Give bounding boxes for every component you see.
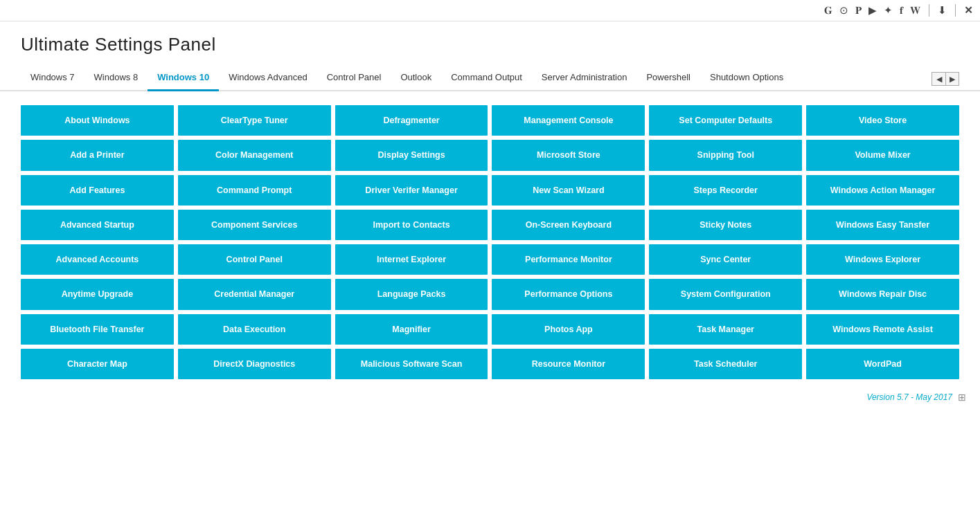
btn-col5-5[interactable]: System Configuration [649,279,802,309]
btn-col2-5[interactable]: Credential Manager [178,279,331,309]
btn-col5-2[interactable]: Steps Recorder [649,175,802,206]
btn-col4-4[interactable]: Performance Monitor [492,244,645,275]
btn-col6-3[interactable]: Windows Easy Tansfer [806,210,959,240]
btn-col2-1[interactable]: Color Management [178,140,331,170]
tab-windows-advanced[interactable]: Windows Advanced [219,68,317,91]
tab-windows8[interactable]: Windows 8 [84,68,148,91]
pinterest-icon[interactable]: 𝐏 [855,4,862,17]
tab-nav-buttons: ◀ ▶ [932,72,959,90]
btn-col3-0[interactable]: Defragmenter [335,105,488,136]
btn-col3-7[interactable]: Malicious Software Scan [335,349,488,379]
version-text: Version 5.7 - May 2017 [866,392,952,402]
facebook-icon[interactable]: 𝐟 [900,4,903,17]
btn-col2-6[interactable]: Data Execution [178,314,331,345]
btn-col4-5[interactable]: Performance Options [492,279,645,309]
tab-command-output[interactable]: Command Output [441,68,532,91]
btn-col1-1[interactable]: Add a Printer [21,140,174,170]
btn-col6-5[interactable]: Windows Repair Disc [806,279,959,309]
btn-col6-6[interactable]: Windows Remote Assist [806,314,959,345]
btn-col3-2[interactable]: Driver Verifer Manager [335,175,488,206]
tab-bar: Windows 7 Windows 8 Windows 10 Windows A… [0,61,980,91]
social-icons: 𝐆 ⊙ 𝐏 ▶ ✦ 𝐟 𝐖 [824,4,920,17]
top-bar: 𝐆 ⊙ 𝐏 ▶ ✦ 𝐟 𝐖 ⬇ ✕ [0,0,980,21]
btn-col3-6[interactable]: Magnifier [335,314,488,345]
btn-col1-2[interactable]: Add Features [21,175,174,206]
separator [929,4,929,17]
btn-col6-1[interactable]: Volume Mixer [806,140,959,170]
tab-prev-button[interactable]: ◀ [932,72,945,86]
btn-col3-1[interactable]: Display Settings [335,140,488,170]
close-icon[interactable]: ✕ [964,4,973,17]
tab-windows7[interactable]: Windows 7 [21,68,84,91]
btn-col4-7[interactable]: Resource Monitor [492,349,645,379]
btn-col3-5[interactable]: Language Packs [335,279,488,309]
youtube-icon[interactable]: ▶ [868,4,877,17]
tab-control-panel[interactable]: Control Panel [317,68,391,91]
download-icon[interactable]: ⬇ [938,4,947,17]
app-title: Ultimate Settings Panel [21,34,959,55]
btn-col6-4[interactable]: Windows Explorer [806,244,959,275]
btn-col1-6[interactable]: Bluetooth File Transfer [21,314,174,345]
btn-col4-6[interactable]: Photos App [492,314,645,345]
btn-col1-0[interactable]: About Windows [21,105,174,136]
btn-col5-4[interactable]: Sync Center [649,244,802,275]
tab-shutdown-options[interactable]: Shutdown Options [700,68,793,91]
btn-col1-4[interactable]: Advanced Accounts [21,244,174,275]
btn-col5-7[interactable]: Task Scheduler [649,349,802,379]
wordpress-icon[interactable]: 𝐖 [910,4,920,17]
btn-col1-5[interactable]: Anytime Upgrade [21,279,174,309]
btn-col3-3[interactable]: Import to Contacts [335,210,488,240]
google-icon[interactable]: 𝐆 [824,4,832,17]
btn-col4-0[interactable]: Management Console [492,105,645,136]
btn-col5-6[interactable]: Task Manager [649,314,802,345]
btn-col1-7[interactable]: Character Map [21,349,174,379]
btn-col6-2[interactable]: Windows Action Manager [806,175,959,206]
button-grid: About WindowsClearType TunerDefragmenter… [0,91,980,386]
btn-col5-1[interactable]: Snipping Tool [649,140,802,170]
btn-col5-0[interactable]: Set Computer Defaults [649,105,802,136]
twitter-icon[interactable]: ✦ [884,4,893,17]
tab-outlook[interactable]: Outlook [391,68,441,91]
footer-icon: ⊞ [958,392,966,403]
separator2 [955,4,956,17]
btn-col5-3[interactable]: Sticky Notes [649,210,802,240]
tab-next-button[interactable]: ▶ [945,72,959,86]
btn-col6-0[interactable]: Video Store [806,105,959,136]
btn-col2-4[interactable]: Control Panel [178,244,331,275]
btn-col2-3[interactable]: Component Services [178,210,331,240]
btn-col3-4[interactable]: Internet Explorer [335,244,488,275]
btn-col1-3[interactable]: Advanced Startup [21,210,174,240]
btn-col2-7[interactable]: DirectX Diagnostics [178,349,331,379]
app-header: Ultimate Settings Panel [0,21,980,61]
tab-windows10[interactable]: Windows 10 [148,68,219,91]
tab-server-admin[interactable]: Server Administration [532,68,637,91]
btn-col2-2[interactable]: Command Prompt [178,175,331,206]
btn-col4-2[interactable]: New Scan Wizard [492,175,645,206]
btn-col4-1[interactable]: Microsoft Store [492,140,645,170]
footer: Version 5.7 - May 2017 ⊞ [0,386,980,407]
instagram-icon[interactable]: ⊙ [839,4,848,17]
tab-powershell[interactable]: Powershell [636,68,700,91]
btn-col2-0[interactable]: ClearType Tuner [178,105,331,136]
btn-col6-7[interactable]: WordPad [806,349,959,379]
btn-col4-3[interactable]: On-Screen Keyboard [492,210,645,240]
